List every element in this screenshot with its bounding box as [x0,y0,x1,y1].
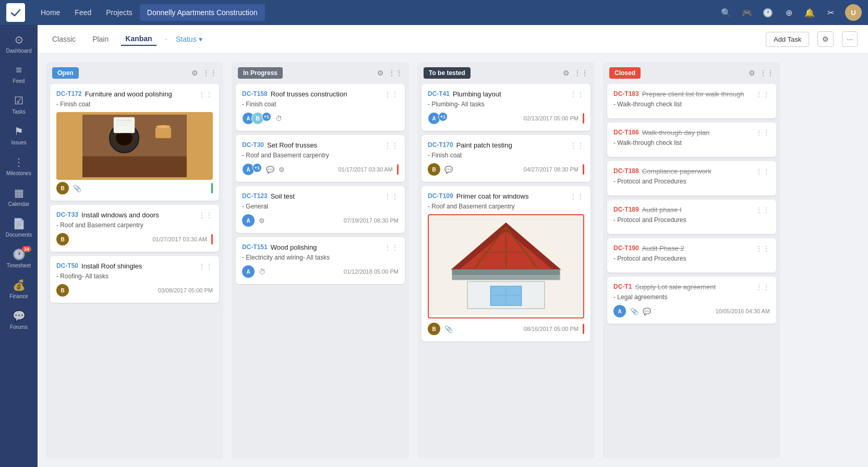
card-dc-t41-drag[interactable]: ⋮⋮ [570,90,584,99]
card-dc-t170-drag[interactable]: ⋮⋮ [570,141,584,150]
card-dc-t109-title: Primer coat for windows [456,192,566,200]
nav-home[interactable]: Home [33,4,67,21]
card-dc-t30-drag[interactable]: ⋮⋮ [384,141,399,150]
card-dc-t1-attachment-icon[interactable]: 📎 [630,308,638,315]
card-dc-t172[interactable]: DC-T172 Furniture and wood polishing ⋮⋮ … [50,84,219,201]
card-dc-t186-id[interactable]: DC-T186 [613,129,639,136]
clock-icon[interactable]: 🕐 [762,6,774,19]
card-dc-t33-id[interactable]: DC-T33 [56,211,78,218]
card-dc-t50[interactable]: DC-T50 Install Roof shingles ⋮⋮ - Roofin… [50,256,219,303]
card-dc-t123-settings-icon[interactable]: ⚙ [259,217,265,225]
user-avatar[interactable]: U [845,4,862,21]
card-dc-t50-date: 03/08/2017 05:00 PM [158,287,213,293]
sidebar-item-timesheet[interactable]: 34 🕐 Timesheet [2,244,35,273]
card-dc-t151[interactable]: DC-T151 Wood polishing ⋮⋮ - Electricity … [236,237,405,284]
card-dc-t1-drag[interactable]: ⋮⋮ [755,283,770,291]
sidebar-item-forums[interactable]: 💬 Forums [2,305,35,334]
card-dc-t158-drag[interactable]: ⋮⋮ [384,90,399,99]
plus-icon[interactable]: ⊕ [782,6,795,19]
card-dc-t1-comment-icon[interactable]: 💬 [643,308,651,315]
sidebar-label-tasks: Tasks [12,109,26,115]
column-in-progress-settings[interactable]: ⚙ [377,69,384,77]
card-dc-t170[interactable]: DC-T170 Paint patch testing ⋮⋮ - Finish … [421,135,590,182]
search-icon[interactable]: 🔍 [720,6,732,19]
card-dc-t183[interactable]: DC-T183 Prepare client list for walk thr… [607,84,776,118]
sidebar-item-tasks[interactable]: ☑ Tasks [2,90,35,119]
nav-projects[interactable]: Projects [99,4,140,21]
card-dc-t151-timer-icon[interactable]: ⏱ [259,268,266,276]
card-dc-t186-drag[interactable]: ⋮⋮ [755,129,770,137]
card-dc-t50-drag[interactable]: ⋮⋮ [198,262,213,271]
sidebar-item-issues[interactable]: ⚑ Issues [2,121,35,150]
nav-feed[interactable]: Feed [67,4,99,21]
card-dc-t50-id[interactable]: DC-T50 [56,262,78,269]
card-dc-t33[interactable]: DC-T33 Install windows and doors ⋮⋮ - Ro… [50,205,219,252]
sidebar-item-calendar[interactable]: ▦ Calendar [2,182,35,211]
card-dc-t109[interactable]: DC-T109 Primer coat for windows ⋮⋮ - Roo… [421,186,590,341]
bell-icon[interactable]: 🔔 [803,6,816,19]
nav-active-project[interactable]: Donnelly Apartments Construction [140,4,265,21]
column-closed-drag[interactable]: ⋮⋮ [760,69,774,77]
card-dc-t190-drag[interactable]: ⋮⋮ [755,244,770,253]
card-dc-t172-id[interactable]: DC-T172 [56,90,82,97]
card-dc-t151-id[interactable]: DC-T151 [242,243,268,251]
column-to-be-tested-drag[interactable]: ⋮⋮ [574,69,588,77]
column-in-progress-drag[interactable]: ⋮⋮ [388,69,403,77]
card-dc-t41-id[interactable]: DC-T41 [428,90,450,97]
card-dc-t30-id[interactable]: DC-T30 [242,141,264,149]
card-dc-t189-header: DC-T189 Audit phase I ⋮⋮ [613,206,770,214]
card-dc-t158-id[interactable]: DC-T158 [242,90,268,97]
timer-icon[interactable]: ⏱ [275,115,282,122]
card-dc-t190[interactable]: DC-T190 Audit Phase 2 ⋮⋮ - Protocol and … [607,238,776,273]
add-task-button[interactable]: Add Task [766,32,809,47]
sidebar-item-dashboard[interactable]: ⊙ Dashboard [2,29,35,58]
card-dc-t189-id[interactable]: DC-T189 [613,206,639,213]
card-dc-t172-drag[interactable]: ⋮⋮ [198,90,213,99]
card-dc-t123[interactable]: DC-T123 Soil test ⋮⋮ - General A ⚙ 07/19… [236,186,405,233]
card-dc-t188[interactable]: DC-T188 Compliance paperwork ⋮⋮ - Protoc… [607,161,776,195]
card-dc-t170-comment-icon[interactable]: 💬 [444,166,453,174]
card-dc-t151-drag[interactable]: ⋮⋮ [384,243,399,252]
column-to-be-tested-settings[interactable]: ⚙ [563,69,570,77]
gamepad-icon[interactable]: 🎮 [741,6,753,19]
card-dc-t33-drag[interactable]: ⋮⋮ [198,211,213,219]
card-dc-t170-id[interactable]: DC-T170 [428,141,453,149]
card-dc-t186[interactable]: DC-T186 Walk-through day plan ⋮⋮ - Walk-… [607,122,776,157]
card-dc-t109-id[interactable]: DC-T109 [428,192,453,200]
card-dc-t188-id[interactable]: DC-T188 [613,167,639,175]
scissors-icon[interactable]: ✂ [824,6,837,19]
card-dc-t123-drag[interactable]: ⋮⋮ [384,192,399,201]
sidebar-label-issues: Issues [11,140,27,145]
attachment-icon[interactable]: 📎 [73,185,81,192]
view-kanban[interactable]: Kanban [121,32,156,46]
column-open-drag[interactable]: ⋮⋮ [202,69,217,77]
card-dc-t189-drag[interactable]: ⋮⋮ [755,206,770,214]
column-closed-settings[interactable]: ⚙ [749,69,755,77]
card-dc-t190-id[interactable]: DC-T190 [613,244,639,252]
settings-icon[interactable]: ⚙ [279,166,285,174]
card-dc-t183-id[interactable]: DC-T183 [613,90,639,97]
card-dc-t158[interactable]: DC-T158 Roof trusses construction ⋮⋮ - F… [236,84,405,131]
view-plain[interactable]: Plain [88,33,113,45]
card-dc-t109-drag[interactable]: ⋮⋮ [570,192,584,201]
sidebar-item-finance[interactable]: 💰 Finance [2,275,35,303]
status-filter[interactable]: Status ▾ [176,35,202,43]
column-open-settings[interactable]: ⚙ [191,69,198,77]
filter-button[interactable]: ⚙ [817,31,834,47]
card-dc-t41[interactable]: DC-T41 Plumbing layout ⋮⋮ - Plumbing- Al… [421,84,590,131]
card-dc-t123-id[interactable]: DC-T123 [242,192,268,200]
card-dc-t188-drag[interactable]: ⋮⋮ [755,167,770,176]
card-dc-t1[interactable]: DC-T1 Supply Lot sale agreement ⋮⋮ - Leg… [607,277,776,324]
view-classic[interactable]: Classic [48,33,80,45]
comment-icon[interactable]: 💬 [266,166,274,174]
card-dc-t189[interactable]: DC-T189 Audit phase I ⋮⋮ - Protocol and … [607,200,776,234]
sidebar-item-feed[interactable]: ≡ Feed [2,60,35,88]
sidebar-item-documents[interactable]: 📄 Documents [2,213,35,242]
more-button[interactable]: ··· [842,31,858,47]
card-dc-t1-id[interactable]: DC-T1 [613,283,632,290]
sidebar-item-milestones[interactable]: ⋮ Milestones [2,152,35,180]
card-dc-t190-title: Audit Phase 2 [642,244,752,252]
card-dc-t109-attachment-icon[interactable]: 📎 [444,325,453,333]
card-dc-t183-drag[interactable]: ⋮⋮ [755,90,770,99]
card-dc-t30[interactable]: DC-T30 Set Roof trusses ⋮⋮ - Roof and Ba… [236,135,405,182]
